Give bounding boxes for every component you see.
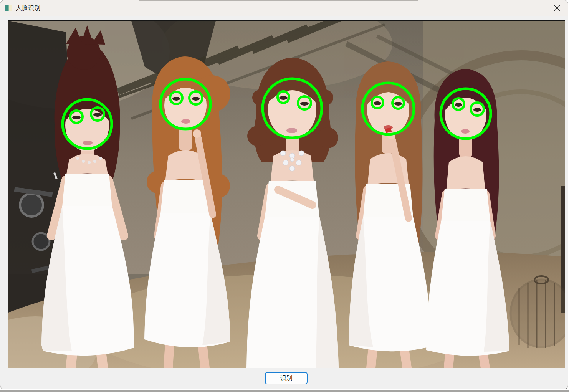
close-button[interactable] [548,0,566,16]
close-x-icon [554,5,561,12]
screen-bottom-strip [0,390,569,392]
detection-photo [8,21,565,368]
app-window-icon [5,5,12,11]
background-window-edge [139,0,418,1]
person-2 [144,56,230,368]
titlebar[interactable]: 人脸识别 [0,0,568,16]
recognize-button[interactable]: 识别 [265,372,308,384]
window-title: 人脸识别 [16,4,40,12]
face-recognition-window: 人脸识别 [0,0,568,389]
person-4 [349,61,432,368]
photo-view [8,20,565,368]
